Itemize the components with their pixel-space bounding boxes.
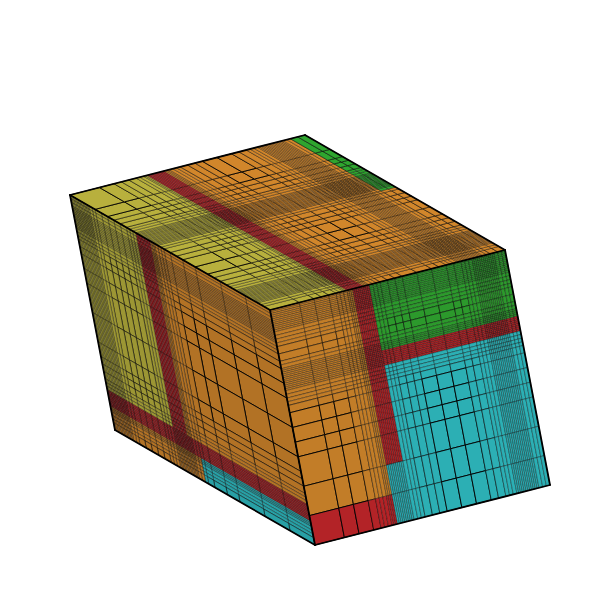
amr-cube-diagram: [0, 0, 600, 600]
